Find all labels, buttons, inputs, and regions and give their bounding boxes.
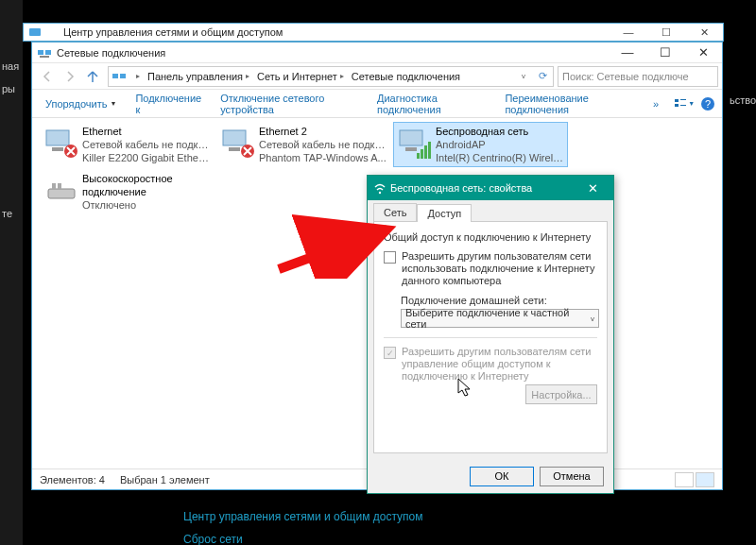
maximize-button[interactable]: ☐: [646, 43, 684, 63]
rename-button[interactable]: Переименование подключения: [497, 89, 642, 119]
details-view-button[interactable]: [675, 472, 694, 487]
more-dropdown[interactable]: »: [645, 94, 666, 113]
explorer-title: Сетевые подключения: [57, 47, 609, 59]
close-button[interactable]: ✕: [685, 26, 723, 39]
cancel-button[interactable]: Отмена: [540, 467, 604, 486]
command-bar: Упорядочить▼ Подключение к Отключение се…: [32, 90, 722, 118]
tabs-row: Сеть Доступ: [368, 200, 613, 221]
desktop-edge: [0, 0, 23, 545]
svg-rect-24: [48, 189, 75, 198]
tab-content: Общий доступ к подключению к Интернету Р…: [373, 221, 608, 453]
sharing-group-title: Общий доступ к подключению к Интернету: [384, 231, 597, 243]
properties-title: Беспроводная сеть: свойства: [390, 182, 577, 194]
svg-rect-2: [45, 50, 51, 55]
svg-rect-4: [112, 74, 118, 78]
dialog-footer: ОК Отмена: [368, 459, 613, 493]
svg-text:?: ?: [705, 98, 711, 110]
breadcrumb-segment[interactable]: ▸: [129, 67, 144, 86]
connection-adapter: Intel(R) Centrino(R) Wireles...: [436, 151, 565, 164]
tab-sharing[interactable]: Доступ: [417, 204, 472, 222]
address-bar-row: ▸ Панель управления▸ Сеть и Интернет▸ Се…: [32, 63, 722, 90]
breadcrumb-segment[interactable]: Сетевые подключения: [348, 67, 464, 86]
connection-name: Ethernet 2: [259, 125, 388, 138]
ok-button[interactable]: ОК: [470, 467, 534, 486]
search-placeholder: Поиск: Сетевые подключе: [562, 71, 689, 82]
svg-rect-26: [58, 183, 61, 189]
connection-status: Сетевой кабель не подкл...: [82, 138, 212, 151]
connection-status: Сетевой кабель не подкл...: [259, 138, 388, 151]
minimize-button[interactable]: —: [610, 26, 647, 39]
edge-text: ная: [2, 60, 19, 72]
connection-status: Отключено: [82, 198, 212, 212]
maximize-button[interactable]: ☐: [647, 26, 685, 39]
close-button[interactable]: ✕: [577, 181, 608, 196]
edge-text: те: [2, 208, 12, 219]
chevron-down-icon: v: [591, 315, 594, 323]
svg-rect-23: [428, 142, 431, 159]
allow-control-checkbox: ✓: [384, 347, 396, 359]
wireless-icon: [396, 125, 436, 164]
home-network-label: Подключение домашней сети:: [401, 295, 597, 306]
large-icons-view-button[interactable]: [696, 472, 714, 487]
link-network-reset[interactable]: Сброс сети: [183, 533, 423, 545]
organize-menu[interactable]: Упорядочить▼: [38, 94, 124, 113]
connection-item-ethernet2[interactable]: Ethernet 2 Сетевой кабель не подкл... Ph…: [216, 122, 391, 167]
connection-item-ethernet[interactable]: Ethernet Сетевой кабель не подкл... Kill…: [40, 122, 215, 167]
svg-rect-21: [421, 149, 423, 159]
tab-network[interactable]: Сеть: [373, 203, 417, 221]
svg-point-27: [379, 192, 381, 194]
breadcrumb-segment[interactable]: Сеть и Интернет▸: [253, 67, 348, 86]
refresh-button[interactable]: ⟳: [532, 70, 553, 82]
connection-item-wireless[interactable]: Беспроводная сеть AndroidAP Intel(R) Cen…: [393, 122, 568, 167]
connect-to-button[interactable]: Подключение к: [128, 89, 209, 119]
connection-item-broadband[interactable]: Высокоскоростное подключение Отключено: [40, 169, 215, 224]
svg-rect-13: [52, 147, 63, 151]
parent-window-title: Центр управления сетями и общим доступом: [63, 26, 610, 38]
nav-back-button[interactable]: [36, 65, 59, 88]
svg-rect-9: [680, 105, 686, 106]
settings-button: Настройка...: [525, 384, 597, 404]
history-dropdown-button[interactable]: v: [515, 72, 532, 80]
home-network-dropdown[interactable]: Выберите подключение к частной сети v: [401, 309, 599, 328]
svg-rect-8: [680, 99, 686, 100]
edge-text: ры: [2, 83, 15, 94]
svg-rect-6: [675, 99, 679, 102]
svg-rect-0: [29, 28, 41, 36]
ethernet-icon: [43, 125, 82, 164]
dropdown-value: Выберите подключение к частной сети: [405, 307, 591, 330]
minimize-button[interactable]: —: [609, 43, 646, 63]
svg-rect-20: [417, 153, 420, 159]
broadband-icon: [43, 172, 82, 212]
network-connections-icon: [112, 69, 127, 84]
address-bar[interactable]: ▸ Панель управления▸ Сеть и Интернет▸ Се…: [108, 66, 554, 87]
svg-rect-25: [52, 183, 56, 189]
breadcrumb-segment[interactable]: Панель управления▸: [144, 67, 253, 86]
search-input[interactable]: Поиск: Сетевые подключе: [558, 66, 718, 87]
allow-control-label: Разрешить другим пользователям сети упра…: [402, 346, 597, 383]
ethernet-icon: [219, 125, 259, 164]
close-button[interactable]: ✕: [684, 43, 722, 63]
nav-forward-button[interactable]: [59, 65, 81, 88]
svg-rect-16: [229, 147, 240, 151]
diagnose-button[interactable]: Диагностика подключения: [369, 89, 493, 119]
disable-device-button[interactable]: Отключение сетевого устройства: [213, 89, 366, 119]
properties-titlebar[interactable]: Беспроводная сеть: свойства ✕: [368, 176, 613, 200]
svg-rect-15: [223, 130, 246, 145]
svg-rect-19: [405, 147, 417, 151]
allow-sharing-checkbox[interactable]: [384, 251, 396, 264]
connection-adapter: Killer E2200 Gigabit Etherne...: [82, 151, 212, 164]
svg-rect-5: [120, 74, 126, 78]
explorer-titlebar: Сетевые подключения — ☐ ✕: [32, 43, 722, 63]
connection-adapter: Phantom TAP-Windows A...: [259, 151, 388, 164]
properties-dialog: Беспроводная сеть: свойства ✕ Сеть Досту…: [367, 175, 614, 494]
view-options-button[interactable]: ▼: [674, 94, 695, 114]
nav-up-button[interactable]: [81, 65, 104, 88]
svg-rect-22: [424, 145, 427, 159]
connection-name: Высокоскоростное подключение: [82, 172, 212, 198]
parent-window-titlebar: Центр управления сетями и общим доступом…: [23, 23, 724, 42]
link-network-center[interactable]: Центр управления сетями и общим доступом: [183, 510, 423, 523]
help-button[interactable]: ?: [698, 94, 716, 114]
status-selected-count: Выбран 1 элемент: [120, 474, 210, 485]
svg-rect-1: [38, 50, 43, 55]
network-connections-icon: [37, 45, 52, 60]
